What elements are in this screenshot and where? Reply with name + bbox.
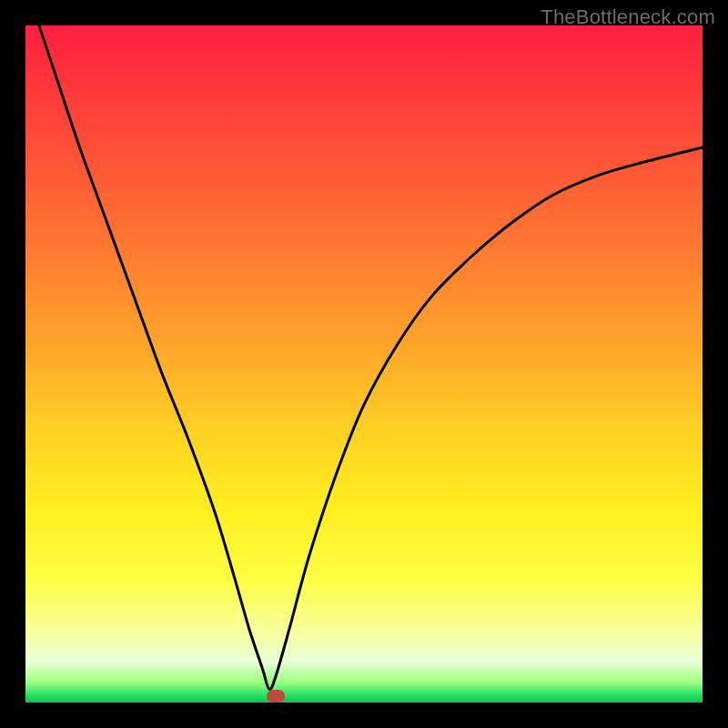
bottleneck-curve xyxy=(25,25,703,703)
min-marker-icon xyxy=(267,690,285,703)
watermark-label: TheBottleneck.com xyxy=(541,5,715,29)
plot-area xyxy=(25,25,703,703)
chart-frame: TheBottleneck.com xyxy=(0,0,728,728)
